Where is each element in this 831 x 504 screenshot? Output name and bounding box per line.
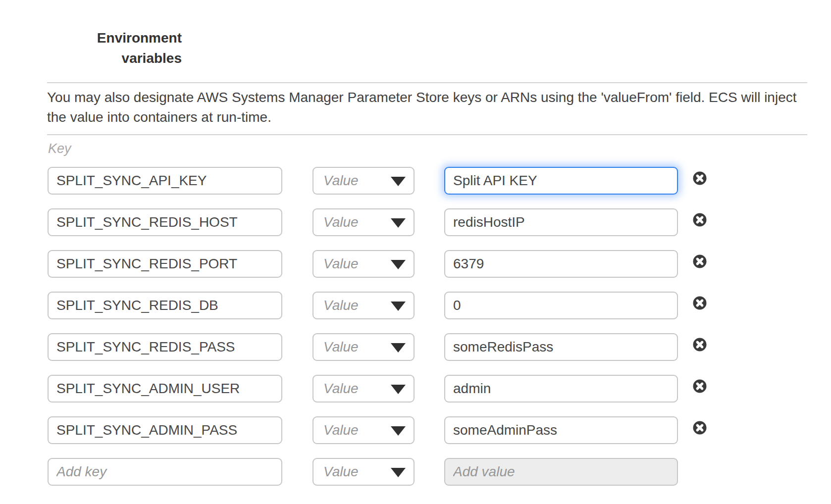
type-select-label: Value [323,256,359,272]
caret-down-icon [391,177,406,186]
env-var-row: Value [0,333,831,361]
env-key-input[interactable] [48,250,282,278]
env-type-select[interactable]: Value [312,333,415,361]
env-key-input[interactable] [48,416,282,444]
type-select-label: Value [323,422,359,438]
caret-down-icon [391,385,406,394]
caret-down-icon [391,302,406,311]
circle-x-icon [693,171,707,185]
env-value-input[interactable] [444,416,678,444]
circle-x-icon [693,379,707,393]
env-key-input[interactable] [48,375,282,403]
type-select-label: Value [323,173,359,189]
type-select-label: Value [323,298,359,313]
divider [47,134,807,135]
env-variables-label: Environment variables [43,28,182,68]
type-select-label: Value [323,381,359,397]
add-key-input[interactable] [48,458,282,486]
env-type-select[interactable]: Value [312,167,415,195]
env-type-select[interactable]: Value [312,250,415,278]
add-value-input[interactable] [444,458,678,486]
remove-row-button[interactable] [693,379,707,393]
env-var-row: Value [0,458,831,486]
remove-row-button[interactable] [693,421,707,435]
env-variable-rows: Value Value [0,167,831,500]
help-text: You may also designate AWS Systems Manag… [47,88,808,127]
env-var-row: Value [0,375,831,403]
env-type-select[interactable]: Value [312,416,415,444]
env-var-row: Value [0,250,831,278]
remove-row-button[interactable] [693,254,707,268]
type-select-label: Value [323,214,359,230]
env-var-row: Value [0,208,831,236]
env-value-input[interactable] [444,167,678,195]
env-value-input[interactable] [444,375,678,403]
circle-x-icon [693,213,707,227]
env-value-input[interactable] [444,333,678,361]
env-value-input[interactable] [444,250,678,278]
circle-x-icon [693,296,707,310]
env-key-input[interactable] [48,208,282,236]
env-key-input[interactable] [48,333,282,361]
caret-down-icon [391,218,406,228]
env-type-select[interactable]: Value [312,208,415,236]
env-type-select[interactable]: Value [312,292,415,319]
caret-down-icon [391,468,406,477]
remove-row-button[interactable] [693,213,707,227]
type-select-label: Value [323,339,359,355]
circle-x-icon [693,338,707,352]
circle-x-icon [693,254,707,268]
env-key-input[interactable] [48,292,282,319]
env-var-row: Value [0,167,831,195]
caret-down-icon [391,343,406,353]
env-type-select[interactable]: Value [312,458,415,486]
env-key-input[interactable] [48,167,282,195]
caret-down-icon [391,260,406,269]
env-value-input[interactable] [444,292,678,319]
env-var-row: Value [0,292,831,319]
caret-down-icon [391,426,406,436]
env-var-row: Value [0,416,831,444]
remove-row-button[interactable] [693,338,707,352]
env-value-input[interactable] [444,208,678,236]
circle-x-icon [693,421,707,435]
type-select-label: Value [323,464,359,480]
env-type-select[interactable]: Value [312,375,415,403]
remove-row-button[interactable] [693,296,707,310]
divider [47,82,807,83]
ecs-environment-variables-form: { "form": { "label": "Environment variab… [0,0,831,504]
remove-row-button[interactable] [693,171,707,185]
key-column-header: Key [48,141,71,156]
